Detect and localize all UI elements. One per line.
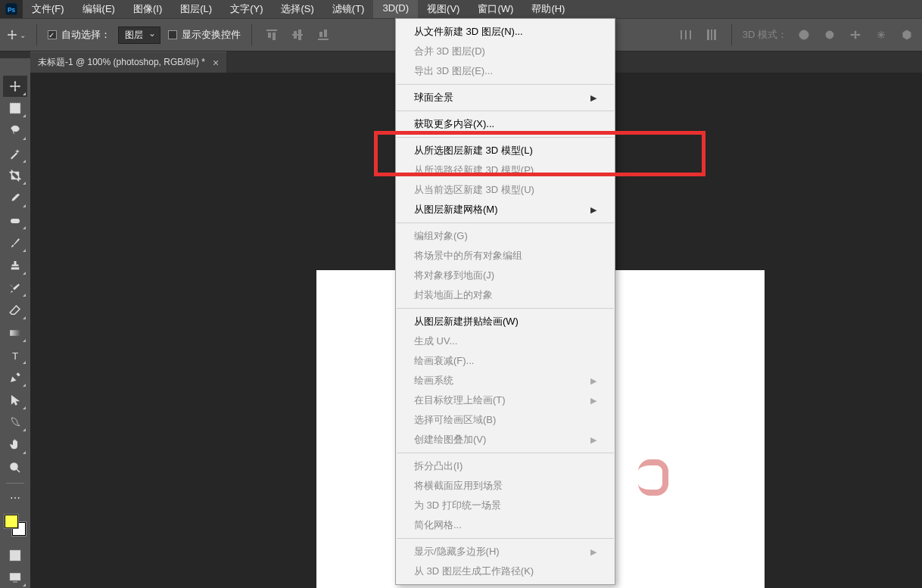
type-tool[interactable]: T bbox=[3, 345, 27, 366]
menu-entry[interactable]: 获取更多内容(X)... bbox=[396, 114, 615, 134]
menu-item[interactable]: 图层(L) bbox=[171, 0, 221, 18]
3d-pan-icon[interactable] bbox=[846, 26, 864, 44]
menu-item[interactable]: 编辑(E) bbox=[73, 0, 124, 18]
menu-item[interactable]: 帮助(H) bbox=[522, 0, 574, 18]
screen-mode-tool[interactable] bbox=[3, 567, 27, 588]
3d-slide-icon[interactable] bbox=[872, 26, 890, 44]
3d-scale-icon[interactable] bbox=[898, 26, 916, 44]
gradient-tool[interactable] bbox=[3, 322, 27, 344]
pen-tool[interactable] bbox=[3, 367, 27, 388]
svg-point-20 bbox=[828, 33, 831, 36]
menu-entry-label: 球面全景 bbox=[414, 91, 453, 104]
menu-entry-label: 生成 UV... bbox=[414, 334, 457, 348]
canvas-content-shape bbox=[638, 459, 668, 496]
wand-tool[interactable] bbox=[3, 143, 27, 164]
svg-rect-15 bbox=[711, 30, 712, 40]
menu-item[interactable]: 3D(D) bbox=[373, 0, 418, 18]
menu-entry-label: 从当前选区新建 3D 模型(U) bbox=[414, 183, 534, 197]
menu-item[interactable]: 选择(S) bbox=[272, 0, 322, 18]
path-selection-tool[interactable] bbox=[3, 390, 27, 411]
shape-tool[interactable] bbox=[3, 412, 27, 434]
menu-entry-label: 编组对象(G) bbox=[414, 229, 468, 243]
svg-rect-6 bbox=[294, 31, 297, 39]
menu-item[interactable]: 文字(Y) bbox=[221, 0, 272, 18]
svg-text:Ps: Ps bbox=[8, 7, 16, 14]
menu-entry-label: 导出 3D 图层(E)... bbox=[414, 64, 493, 78]
align-vcenter-icon[interactable] bbox=[288, 26, 307, 44]
color-swatches[interactable] bbox=[5, 515, 26, 536]
zoom-tool[interactable] bbox=[3, 457, 27, 478]
auto-select-check[interactable]: 自动选择： bbox=[48, 28, 111, 42]
menu-entry-label: 简化网格... bbox=[414, 518, 462, 532]
stamp-tool[interactable] bbox=[3, 255, 27, 276]
edit-toolbar[interactable]: ⋯ bbox=[3, 488, 27, 509]
svg-rect-3 bbox=[268, 33, 271, 38]
scope-dropdown[interactable]: 图层 bbox=[118, 26, 160, 44]
menu-separator bbox=[397, 222, 614, 223]
document-tab[interactable]: 未标题-1 @ 100% (photoshop, RGB/8#) * × bbox=[30, 51, 226, 73]
menu-entry: 从所选路径新建 3D 模型(P) bbox=[396, 160, 615, 180]
move-tool[interactable] bbox=[3, 76, 27, 97]
eraser-tool[interactable] bbox=[3, 300, 27, 321]
show-transform-check[interactable]: 显示变换控件 bbox=[168, 28, 241, 42]
menu-entry[interactable]: 从所选图层新建 3D 模型(L) bbox=[396, 141, 615, 160]
hand-tool[interactable] bbox=[3, 434, 27, 456]
menu-entry-label: 从图层新建拼贴绘画(W) bbox=[414, 315, 519, 328]
3d-orbit-icon[interactable] bbox=[795, 26, 813, 44]
close-icon[interactable]: × bbox=[213, 57, 219, 69]
move-tool-icon[interactable]: ⌄ bbox=[6, 25, 26, 45]
menu-entry: 绘画衰减(F)... bbox=[396, 351, 615, 371]
svg-rect-8 bbox=[318, 39, 329, 40]
svg-rect-16 bbox=[714, 30, 716, 40]
menu-separator bbox=[397, 453, 614, 453]
show-transform-label: 显示变换控件 bbox=[182, 28, 241, 42]
svg-rect-23 bbox=[10, 330, 20, 336]
menu-entry-label: 将场景中的所有对象编组 bbox=[414, 249, 522, 263]
svg-point-18 bbox=[799, 33, 808, 37]
brush-tool[interactable] bbox=[3, 232, 27, 254]
menu-entry-label: 拆分凸出(I) bbox=[414, 459, 463, 473]
menu-entry: 拆分凸出(I) bbox=[396, 456, 615, 476]
menu-entry-label: 合并 3D 图层(D) bbox=[414, 45, 485, 58]
document-tab-title: 未标题-1 @ 100% (photoshop, RGB/8#) * bbox=[38, 56, 205, 69]
menu-entry: 导出 3D 图层(E)... bbox=[396, 61, 615, 81]
menu-entry-label: 从 3D 图层生成工作路径(K) bbox=[414, 565, 534, 578]
menu-entry-label: 从图层新建网格(M) bbox=[414, 203, 498, 216]
quick-mask-tool[interactable] bbox=[3, 545, 27, 566]
menu-separator bbox=[397, 84, 614, 85]
history-brush-tool[interactable] bbox=[3, 278, 27, 299]
menu-item[interactable]: 窗口(W) bbox=[469, 0, 522, 18]
menu-item[interactable]: 文件(F) bbox=[23, 0, 73, 18]
svg-text:T: T bbox=[12, 350, 18, 362]
align-bottom-icon[interactable] bbox=[314, 26, 332, 44]
dist-icon[interactable] bbox=[677, 26, 695, 44]
submenu-arrow-icon: ▶ bbox=[590, 205, 596, 215]
svg-rect-13 bbox=[690, 30, 691, 39]
eyedropper-tool[interactable] bbox=[3, 188, 27, 209]
menu-item[interactable]: 视图(V) bbox=[418, 0, 469, 18]
menu-item[interactable]: 滤镜(T) bbox=[323, 0, 374, 18]
submenu-arrow-icon: ▶ bbox=[590, 93, 596, 103]
3d-roll-icon[interactable] bbox=[821, 26, 839, 44]
crop-tool[interactable] bbox=[3, 166, 27, 187]
foreground-color-swatch[interactable] bbox=[5, 515, 18, 528]
menu-item[interactable]: 图像(I) bbox=[124, 0, 171, 18]
align-top-icon[interactable] bbox=[263, 26, 281, 44]
menu-entry[interactable]: 球面全景▶ bbox=[396, 88, 615, 107]
divider bbox=[36, 24, 37, 45]
menu-entry: 从 3D 图层生成工作路径(K) bbox=[396, 562, 615, 581]
menu-entry: 生成 UV... bbox=[396, 331, 615, 351]
menu-entry[interactable]: 从图层新建拼贴绘画(W) bbox=[396, 312, 615, 331]
menu-entry[interactable]: 从图层新建网格(M)▶ bbox=[396, 200, 615, 219]
menu-entry-label: 获取更多内容(X)... bbox=[414, 117, 494, 131]
menu-entry-label: 创建绘图叠加(V) bbox=[414, 433, 486, 446]
menu-entry: 封装地面上的对象 bbox=[396, 285, 615, 305]
svg-rect-10 bbox=[324, 30, 327, 37]
menu-entry[interactable]: 从文件新建 3D 图层(N)... bbox=[396, 22, 615, 42]
dist-icon-2[interactable] bbox=[702, 26, 721, 44]
lasso-tool[interactable] bbox=[3, 120, 27, 142]
healing-tool[interactable] bbox=[3, 210, 27, 232]
divider bbox=[731, 24, 732, 45]
marquee-tool[interactable] bbox=[3, 98, 27, 120]
menu-entry: 编组对象(G) bbox=[396, 226, 615, 246]
